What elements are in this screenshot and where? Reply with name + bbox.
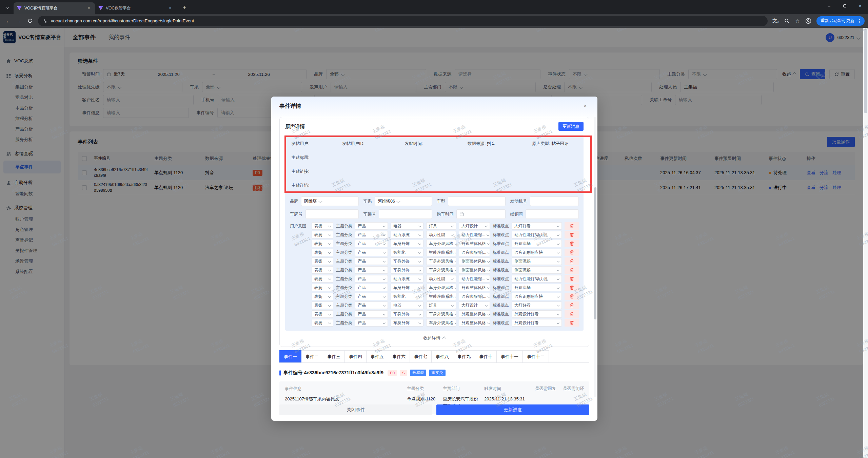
category-l1-select[interactable]: 智能化 — [391, 249, 423, 256]
category-l3-select[interactable]: 侧面整体风格 — [459, 266, 490, 274]
browser-tab-1[interactable]: VOC客情直驱平台 × — [14, 2, 95, 14]
vehicle-select-车系[interactable]: 阿维塔06 — [375, 196, 432, 206]
category-l3-select[interactable]: 大灯设计 — [459, 301, 490, 309]
window-maximize-button[interactable] — [837, 0, 852, 12]
delete-row-button[interactable] — [565, 222, 579, 230]
intent-select[interactable]: 表扬 — [312, 266, 333, 274]
delete-row-button[interactable] — [565, 240, 579, 247]
theme-select[interactable]: 产品 — [355, 249, 388, 256]
category-l3-select[interactable]: 动力性能综... — [459, 231, 490, 238]
category-l3-select[interactable]: 外观整体风格 — [459, 284, 490, 291]
theme-select[interactable]: 产品 — [355, 231, 388, 238]
category-l1-select[interactable]: 车身外饰 — [391, 284, 423, 291]
bookmark-star-icon[interactable]: ☆ — [793, 16, 802, 26]
theme-select[interactable]: 产品 — [355, 222, 388, 230]
intent-select[interactable]: 表扬 — [312, 293, 333, 300]
vehicle-input-车型[interactable] — [448, 196, 506, 206]
back-icon[interactable]: ← — [3, 16, 13, 26]
theme-select[interactable]: 产品 — [355, 257, 388, 265]
event-tab-事件六[interactable]: 事件六 — [388, 350, 410, 362]
category-l3-select[interactable]: 外观整体风格 — [459, 310, 490, 318]
tab-search-button[interactable] — [3, 2, 12, 12]
category-l2-select[interactable]: 车身外观风格 — [426, 319, 456, 327]
modal-scroll-thumb[interactable] — [594, 187, 596, 319]
category-l2-select[interactable]: 智能座舱系统 — [426, 293, 456, 300]
category-l2-select[interactable]: 车身外观风格 — [426, 266, 456, 274]
browser-update-button[interactable]: 重新启动即可更新 ⋮ — [816, 16, 865, 26]
theme-select[interactable]: 产品 — [355, 301, 388, 309]
viewpoint-select[interactable]: 语音识别响应快 — [512, 293, 562, 300]
window-close-button[interactable]: × — [852, 0, 868, 12]
viewpoint-select[interactable]: 动力性能好/动力足 — [512, 275, 562, 283]
url-bar[interactable]: vocuat.changan.com.cn/report/#/customerD… — [38, 16, 768, 26]
category-l2-select[interactable]: 智能座舱系统 — [426, 249, 456, 256]
theme-select[interactable]: 产品 — [355, 310, 388, 318]
category-l2-select[interactable]: 车身外观风格 — [426, 257, 456, 265]
category-l1-select[interactable]: 车身外饰 — [391, 240, 423, 247]
category-l2-select[interactable]: 车身外观风格 — [426, 240, 456, 247]
delete-row-button[interactable] — [565, 319, 579, 327]
intent-select[interactable]: 表扬 — [312, 319, 333, 327]
site-info-icon[interactable] — [43, 19, 47, 23]
viewpoint-select[interactable]: 外观设计好看 — [512, 319, 562, 327]
intent-select[interactable]: 表扬 — [312, 240, 333, 247]
delete-row-button[interactable] — [565, 257, 579, 265]
category-l3-select[interactable]: 语音唤醒/响... — [459, 249, 490, 256]
intent-select[interactable]: 表扬 — [312, 249, 333, 256]
viewpoint-select[interactable]: 侧面流畅 — [512, 257, 562, 265]
scrollbar-thumb[interactable] — [864, 28, 867, 113]
event-tab-事件四[interactable]: 事件四 — [345, 350, 367, 362]
vehicle-input-经销商[interactable] — [526, 209, 579, 219]
category-l3-select[interactable]: 外观整体风格 — [459, 240, 490, 247]
category-l1-select[interactable]: 电器 — [391, 222, 423, 230]
event-tab-事件七[interactable]: 事件七 — [410, 350, 432, 362]
forward-icon[interactable]: → — [14, 16, 24, 26]
category-l2-select[interactable]: 动力性能 — [426, 275, 456, 283]
tab-close-icon[interactable]: × — [167, 5, 173, 11]
theme-select[interactable]: 产品 — [355, 266, 388, 274]
close-event-button[interactable]: 关闭事件 — [279, 404, 432, 415]
category-l2-select[interactable]: 车身外观风格 — [426, 310, 456, 318]
intent-select[interactable]: 表扬 — [312, 301, 333, 309]
viewpoint-select[interactable]: 外观流畅 — [512, 240, 562, 247]
delete-row-button[interactable] — [565, 293, 579, 300]
update-message-button[interactable]: 更新消息 — [558, 122, 584, 131]
intent-select[interactable]: 表扬 — [312, 284, 333, 291]
theme-select[interactable]: 产品 — [355, 319, 388, 327]
category-l1-select[interactable]: 车身外饰 — [391, 319, 423, 327]
delete-row-button[interactable] — [565, 301, 579, 309]
delete-row-button[interactable] — [565, 249, 579, 256]
update-progress-button[interactable]: 更新进度 — [436, 404, 589, 415]
vehicle-input-购车时间[interactable] — [456, 209, 506, 219]
vehicle-input-车架号[interactable] — [379, 209, 432, 219]
category-l1-select[interactable]: 车身外饰 — [391, 266, 423, 274]
theme-select[interactable]: 产品 — [355, 275, 388, 283]
category-l1-select[interactable]: 动力系统 — [391, 275, 423, 283]
delete-row-button[interactable] — [565, 284, 579, 291]
translate-icon[interactable]: 文A — [771, 16, 781, 26]
intent-select[interactable]: 表扬 — [312, 310, 333, 318]
category-l2-select[interactable]: 动力性能 — [426, 231, 456, 238]
event-tab-事件八[interactable]: 事件八 — [432, 350, 453, 362]
category-l1-select[interactable]: 车身外饰 — [391, 310, 423, 318]
category-l1-select[interactable]: 动力系统 — [391, 231, 423, 238]
event-tab-事件十一[interactable]: 事件十一 — [497, 350, 523, 362]
event-tab-事件五[interactable]: 事件五 — [367, 350, 388, 362]
window-minimize-button[interactable]: – — [821, 0, 837, 12]
intent-select[interactable]: 表扬 — [312, 231, 333, 238]
viewpoint-select[interactable]: 大灯好看 — [512, 222, 562, 230]
reload-icon[interactable] — [25, 16, 35, 26]
viewpoint-select[interactable]: 外观设计好看 — [512, 310, 562, 318]
theme-select[interactable]: 产品 — [355, 293, 388, 300]
intent-select[interactable]: 表扬 — [312, 257, 333, 265]
viewpoint-select[interactable]: 侧面流畅 — [512, 266, 562, 274]
theme-select[interactable]: 产品 — [355, 240, 388, 247]
category-l1-select[interactable]: 智能化 — [391, 293, 423, 300]
delete-row-button[interactable] — [565, 310, 579, 318]
delete-row-button[interactable] — [565, 275, 579, 283]
event-tab-事件三[interactable]: 事件三 — [323, 350, 345, 362]
category-l2-select[interactable]: 车身外观风格 — [426, 284, 456, 291]
new-tab-button[interactable]: + — [180, 3, 189, 12]
viewpoint-select[interactable]: 外观流畅 — [512, 284, 562, 291]
category-l3-select[interactable]: 外观整体风格 — [459, 319, 490, 327]
